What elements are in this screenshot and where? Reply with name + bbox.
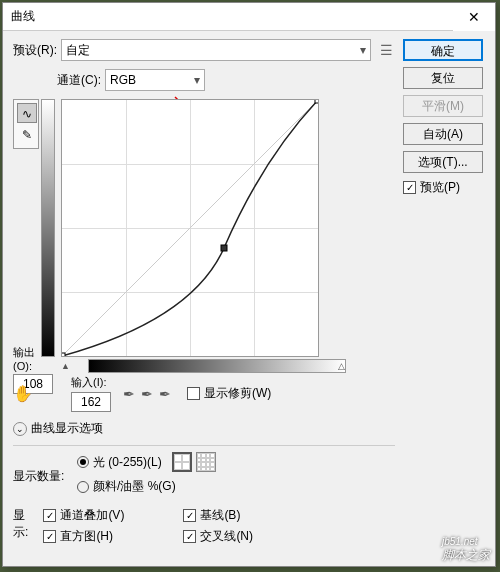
curve-grid[interactable]	[61, 99, 319, 357]
pigment-radio-label: 颜料/油墨 %(G)	[93, 478, 176, 495]
disclosure-toggle[interactable]: ⌄	[13, 422, 27, 436]
preview-checkbox[interactable]	[403, 181, 416, 194]
overlay-label: 通道叠加(V)	[60, 507, 124, 524]
vertical-gradient	[41, 99, 55, 357]
input-input[interactable]: 162	[71, 392, 111, 412]
input-label: 输入(I):	[71, 375, 111, 390]
channel-dropdown[interactable]: RGB	[105, 69, 205, 91]
black-point-slider[interactable]: ▲	[61, 361, 70, 371]
show-clipping-label: 显示修剪(W)	[204, 385, 271, 402]
pigment-radio[interactable]	[77, 481, 89, 493]
preview-label: 预览(P)	[420, 179, 460, 196]
histogram-checkbox[interactable]	[43, 530, 56, 543]
preset-dropdown[interactable]: 自定	[61, 39, 371, 61]
curve-plot	[62, 100, 318, 356]
svg-line-1	[62, 100, 318, 356]
watermark: jb51.net 脚本之家	[442, 536, 490, 564]
white-eyedropper-icon[interactable]: ✒	[159, 386, 171, 402]
titlebar: 曲线 ✕	[3, 3, 495, 31]
options-button[interactable]: 选项(T)...	[403, 151, 483, 173]
auto-button[interactable]: 自动(A)	[403, 123, 483, 145]
grid-4-icon[interactable]	[172, 452, 192, 472]
show-amount-label: 显示数量:	[13, 468, 73, 485]
white-point-slider[interactable]: △	[338, 361, 345, 371]
gray-eyedropper-icon[interactable]: ✒	[141, 386, 153, 402]
histogram-label: 直方图(H)	[60, 528, 113, 545]
svg-rect-2	[62, 353, 65, 356]
hand-tool-icon[interactable]: ✋	[13, 384, 33, 403]
horizontal-gradient	[88, 359, 346, 373]
dialog-title: 曲线	[11, 8, 35, 25]
preset-menu-icon[interactable]: ☰	[377, 41, 395, 59]
light-radio[interactable]	[77, 456, 89, 468]
overlay-checkbox[interactable]	[43, 509, 56, 522]
curve-point-tool[interactable]: ∿	[17, 103, 37, 123]
intersection-label: 交叉线(N)	[200, 528, 253, 545]
grid-10-icon[interactable]	[196, 452, 216, 472]
close-button[interactable]: ✕	[453, 3, 495, 31]
black-eyedropper-icon[interactable]: ✒	[123, 386, 135, 402]
smooth-button: 平滑(M)	[403, 95, 483, 117]
light-radio-label: 光 (0-255)(L)	[93, 454, 162, 471]
svg-rect-3	[221, 245, 227, 251]
baseline-checkbox[interactable]	[183, 509, 196, 522]
output-label: 输出(O):	[13, 345, 41, 372]
preset-value: 自定	[66, 42, 90, 59]
show-label: 显示:	[13, 507, 39, 541]
intersection-checkbox[interactable]	[183, 530, 196, 543]
curve-pencil-tool[interactable]: ✎	[17, 125, 37, 145]
channel-value: RGB	[110, 73, 136, 87]
cancel-button[interactable]: 复位	[403, 67, 483, 89]
show-clipping-checkbox[interactable]	[187, 387, 200, 400]
curve-tool-box: ∿ ✎	[13, 99, 39, 149]
disclosure-label: 曲线显示选项	[31, 420, 103, 437]
baseline-label: 基线(B)	[200, 507, 240, 524]
separator	[13, 445, 395, 446]
channel-label: 通道(C):	[57, 72, 101, 89]
svg-rect-4	[315, 100, 318, 103]
preset-label: 预设(R):	[13, 42, 57, 59]
ok-button[interactable]: 确定	[403, 39, 483, 61]
